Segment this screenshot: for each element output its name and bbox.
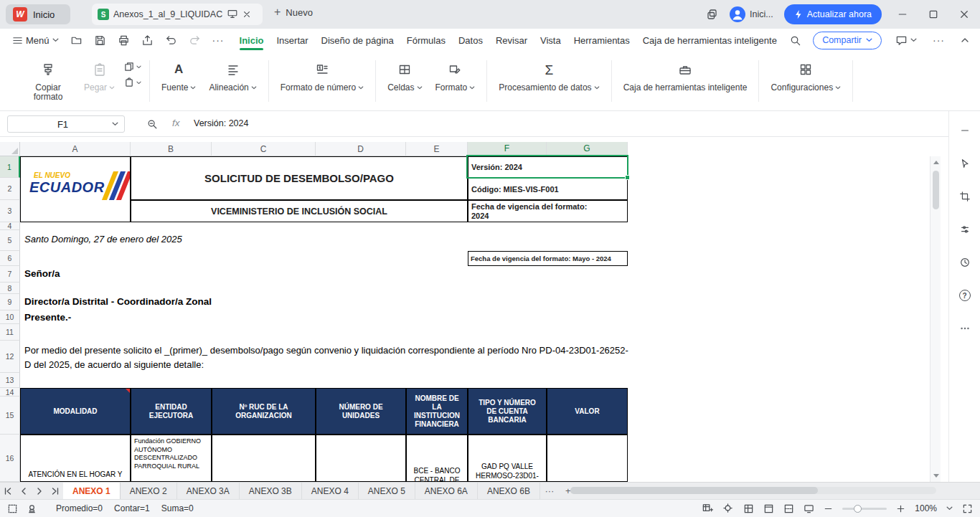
sheet-tab-anexo-6a[interactable]: ANEXO 6A bbox=[415, 483, 478, 499]
row-header-5[interactable]: 5 bbox=[0, 230, 20, 251]
row-header-7[interactable]: 7 bbox=[0, 266, 20, 283]
cell-g16-valor[interactable] bbox=[547, 435, 628, 482]
crop-frame-icon[interactable] bbox=[956, 187, 974, 206]
table-header-unidades[interactable]: NÚMERO DE UNIDADES bbox=[316, 388, 406, 435]
data-processing-button[interactable]: Σ Procesamiento de datos bbox=[492, 58, 606, 95]
more-tools-icon[interactable] bbox=[956, 319, 974, 338]
zoom-out-icon[interactable] bbox=[824, 504, 833, 513]
row-header-6[interactable]: 6 bbox=[0, 251, 20, 266]
comments-button[interactable] bbox=[893, 32, 919, 49]
column-header-c[interactable]: C bbox=[212, 142, 316, 156]
font-button[interactable]: A Fuente bbox=[155, 58, 202, 95]
collapse-panel-icon[interactable] bbox=[956, 121, 974, 140]
main-menu-button[interactable]: Menú bbox=[10, 33, 61, 48]
cell-logo[interactable]: EL NUEVO ECUADOR bbox=[20, 156, 131, 222]
row-header-8[interactable]: 8 bbox=[0, 283, 20, 294]
locate-icon[interactable] bbox=[722, 503, 734, 514]
sheet-tab-anexo-1[interactable]: ANEXO 1 bbox=[63, 483, 121, 499]
smart-toolbox-button[interactable]: Caja de herramientas inteligente bbox=[617, 58, 754, 95]
table-header-entidad[interactable]: ENTIDAD EJECUTORA bbox=[131, 388, 212, 435]
cell-addressee[interactable]: Director/a Distrital - Coordinador/a Zon… bbox=[24, 296, 212, 307]
cell-validity[interactable]: Fecha de vigencia del formato:2024 bbox=[468, 200, 628, 222]
macro-record-icon[interactable] bbox=[27, 503, 37, 514]
formula-value[interactable]: Versión: 2024 bbox=[194, 118, 248, 128]
zoom-slider-knob[interactable] bbox=[854, 505, 862, 513]
table-tools-icon[interactable] bbox=[702, 503, 713, 514]
tab-formulas[interactable]: Fórmulas bbox=[405, 29, 447, 52]
print-button[interactable] bbox=[116, 32, 132, 49]
cell-subtitle[interactable]: VICEMINISTERIO DE INCLUSIÓN SOCIAL bbox=[131, 200, 468, 222]
user-account-button[interactable]: Inici... bbox=[730, 6, 773, 22]
horizontal-scrollbar[interactable] bbox=[570, 487, 936, 494]
copy-button[interactable] bbox=[124, 62, 141, 72]
vertical-scrollbar-thumb[interactable] bbox=[933, 171, 939, 209]
select-cursor-icon[interactable] bbox=[956, 154, 974, 173]
sheet-tab-anexo-3b[interactable]: ANEXO 3B bbox=[240, 483, 302, 499]
tab-diseno-de-pagina[interactable]: Diseño de página bbox=[320, 29, 395, 52]
format-button[interactable]: Formato bbox=[429, 58, 482, 95]
page-layout-view-icon[interactable] bbox=[763, 503, 774, 514]
next-sheet-button[interactable] bbox=[32, 483, 47, 499]
tab-inicio[interactable]: Inicio bbox=[238, 29, 265, 52]
maximize-button[interactable] bbox=[923, 4, 943, 24]
minimize-button[interactable] bbox=[892, 4, 913, 24]
row-header-12[interactable]: 12 bbox=[0, 341, 20, 373]
cell-f16-cuenta[interactable]: GAD PQ VALLE HERMOSO-23D01- bbox=[468, 435, 547, 482]
sheet-tab-anexo-2[interactable]: ANEXO 2 bbox=[121, 483, 177, 499]
cell-body-paragraph[interactable]: Por medio del presente solicito el _(pri… bbox=[24, 343, 628, 372]
name-box[interactable]: F1 bbox=[7, 115, 125, 133]
copy-format-button[interactable]: Copiar formato bbox=[19, 58, 77, 104]
first-sheet-button[interactable] bbox=[0, 483, 16, 499]
row-header-2[interactable]: 2 bbox=[0, 178, 20, 200]
help-icon[interactable]: ? bbox=[956, 286, 974, 305]
fx-label[interactable]: fx bbox=[172, 118, 180, 128]
vertical-scrollbar[interactable] bbox=[930, 156, 941, 482]
table-header-valor[interactable]: VALOR bbox=[547, 388, 628, 435]
fullscreen-icon[interactable] bbox=[962, 503, 973, 514]
sheet-tabs-overflow-button[interactable]: ··· bbox=[540, 483, 559, 499]
cell-city-date[interactable]: Santo Domingo, 27 de enero del 2025 bbox=[24, 234, 182, 245]
collapse-ribbon-button[interactable] bbox=[958, 35, 971, 45]
row-header-15[interactable]: 15 bbox=[0, 397, 20, 435]
zoom-in-icon[interactable] bbox=[896, 504, 905, 513]
cells-button[interactable]: Celdas bbox=[381, 58, 428, 95]
row-header-16[interactable]: 16 bbox=[0, 435, 20, 482]
number-format-button[interactable]: Formato de número bbox=[274, 58, 370, 95]
sheet-tab-anexo-6b[interactable]: ANEXO 6B bbox=[478, 483, 540, 499]
export-button[interactable] bbox=[139, 32, 156, 49]
cell-code[interactable]: Código: MIES-VIS-F001 bbox=[468, 178, 628, 200]
last-sheet-button[interactable] bbox=[47, 483, 63, 499]
sheet-tab-anexo-4[interactable]: ANEXO 4 bbox=[302, 483, 359, 499]
share-button[interactable]: Compartir bbox=[813, 32, 882, 49]
column-header-a[interactable]: A bbox=[20, 142, 131, 156]
sliders-icon[interactable] bbox=[956, 220, 974, 239]
cell-present[interactable]: Presente.- bbox=[24, 312, 71, 323]
sheet-tab-anexo-5[interactable]: ANEXO 5 bbox=[359, 483, 415, 499]
cell-c16-ruc[interactable] bbox=[212, 435, 316, 482]
history-icon[interactable] bbox=[956, 253, 974, 272]
formula-zoom-icon[interactable] bbox=[146, 118, 158, 130]
home-tab-button[interactable]: W Inicio bbox=[6, 4, 70, 24]
column-header-g[interactable]: G bbox=[547, 142, 628, 156]
horizontal-scrollbar-thumb[interactable] bbox=[570, 487, 818, 494]
row-header-1[interactable]: 1 bbox=[0, 156, 20, 178]
tab-revisar[interactable]: Revisar bbox=[494, 29, 529, 52]
cell-a16-modalidad[interactable]: ATENCIÓN EN EL HOGAR Y bbox=[20, 435, 131, 482]
zoom-level-caret-icon[interactable] bbox=[946, 506, 953, 511]
cell-e16-institucion[interactable]: BCE - BANCO CENTRAL DE bbox=[406, 435, 468, 482]
windows-stack-icon[interactable] bbox=[706, 8, 719, 21]
cell-version[interactable]: Versión: 2024 bbox=[468, 156, 628, 178]
tab-insertar[interactable]: Insertar bbox=[275, 29, 309, 52]
settings-button[interactable]: Configuraciones bbox=[764, 58, 847, 95]
menubar-more-button[interactable]: ··· bbox=[930, 32, 947, 48]
zoom-level[interactable]: 100% bbox=[915, 503, 937, 513]
search-icon[interactable] bbox=[789, 34, 801, 47]
new-document-button[interactable]: + Nuevo bbox=[274, 6, 313, 18]
alignment-button[interactable]: Alineación bbox=[202, 58, 263, 95]
save-button[interactable] bbox=[92, 32, 108, 49]
open-button[interactable] bbox=[68, 32, 85, 49]
row-header-4[interactable]: 4 bbox=[0, 222, 20, 230]
cell-mode-icon[interactable] bbox=[7, 503, 18, 514]
cell-validity-mayo[interactable]: Fecha de vigencia del formato: Mayo - 20… bbox=[468, 251, 628, 266]
quickbar-more-button[interactable]: ··· bbox=[210, 32, 227, 48]
